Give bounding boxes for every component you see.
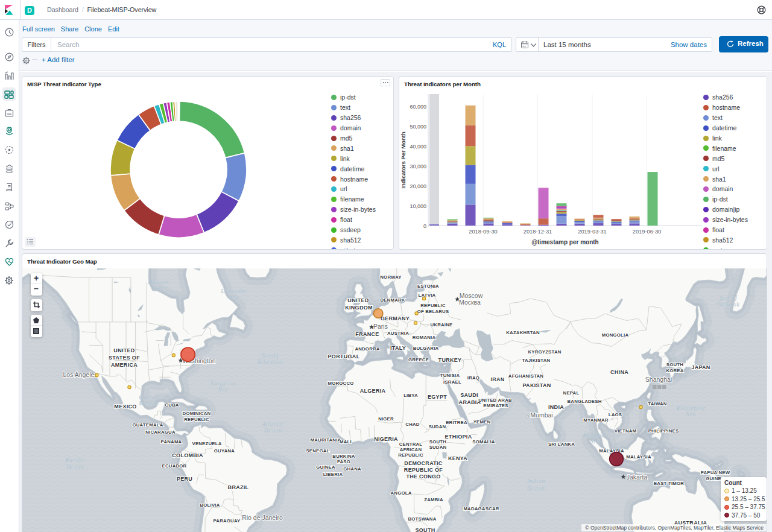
svg-text:2018-09-30: 2018-09-30 xyxy=(469,229,498,235)
svg-text:ANDORRA: ANDORRA xyxy=(355,346,379,352)
svg-text:UNITED ARAB: UNITED ARAB xyxy=(478,397,512,403)
svg-text:KINGDOM: KINGDOM xyxy=(345,305,373,311)
svg-text:Sargasso: Sargasso xyxy=(210,381,236,387)
svg-text:ROMANIA: ROMANIA xyxy=(413,335,436,340)
svg-text:Atlantic: Atlantic xyxy=(261,421,284,427)
svg-text:ANGOLA: ANGOLA xyxy=(391,490,412,496)
svg-text:GUATEMALA: GUATEMALA xyxy=(132,422,163,428)
svg-text:Jakarta: Jakarta xyxy=(627,473,648,481)
svg-text:SENEGAL: SENEGAL xyxy=(306,448,329,454)
svg-text:ERITREA: ERITREA xyxy=(446,420,467,425)
svg-text:EAST TIMOR: EAST TIMOR xyxy=(654,481,684,486)
svg-text:2018-12-31: 2018-12-31 xyxy=(524,229,552,235)
svg-text:LIBERIA: LIBERIA xyxy=(323,472,343,477)
svg-text:BURKINA: BURKINA xyxy=(332,454,355,459)
svg-text:Indicators Per Month: Indicators Per Month xyxy=(400,131,407,189)
svg-text:CUBA: CUBA xyxy=(165,402,179,408)
svg-text:30,000: 30,000 xyxy=(410,163,426,169)
svg-text:REPUBLIC OF: REPUBLIC OF xyxy=(404,467,443,473)
svg-text:MALAYSIA: MALAYSIA xyxy=(626,454,651,460)
svg-text:CENTRAL: CENTRAL xyxy=(399,442,423,447)
svg-text:DOMINICAN: DOMINICAN xyxy=(183,411,211,416)
svg-text:Norda: Norda xyxy=(261,353,279,359)
svg-text:AMERICA: AMERICA xyxy=(111,362,138,368)
svg-text:CHINA: CHINA xyxy=(610,369,628,375)
svg-text:UNITED: UNITED xyxy=(347,297,369,303)
svg-text:BULGARIA: BULGARIA xyxy=(413,346,439,351)
svg-text:LATVIA: LATVIA xyxy=(419,293,436,298)
svg-text:THE CONGO: THE CONGO xyxy=(406,473,440,480)
svg-text:40,000: 40,000 xyxy=(410,144,426,150)
svg-text:ZAMBIA: ZAMBIA xyxy=(424,497,443,502)
svg-text:REPUBLIC: REPUBLIC xyxy=(420,303,446,308)
svg-text:Pacific: Pacific xyxy=(65,457,85,463)
svg-text:AUSTRIA: AUSTRIA xyxy=(387,331,409,336)
svg-text:Sea: Sea xyxy=(229,294,239,300)
svg-text:Paris: Paris xyxy=(373,323,388,330)
svg-text:AFGHANISTAN: AFGHANISTAN xyxy=(508,373,544,379)
svg-text:TURKEY: TURKEY xyxy=(438,357,462,363)
svg-text:SOMALIA: SOMALIA xyxy=(472,439,495,445)
svg-text:MALAYSIA: MALAYSIA xyxy=(599,448,624,454)
svg-text:KOREA: KOREA xyxy=(666,368,683,373)
svg-text:KYRGYZSTAN: KYRGYZSTAN xyxy=(528,349,561,355)
svg-text:PANAMA: PANAMA xyxy=(161,439,182,445)
svg-text:Atlantiko: Atlantiko xyxy=(257,359,283,365)
svg-text:Philippine: Philippine xyxy=(676,405,706,411)
svg-text:Bay: Bay xyxy=(153,285,163,291)
svg-text:EGYPT: EGYPT xyxy=(428,394,447,400)
svg-text:LAOS: LAOS xyxy=(609,412,622,417)
svg-text:NIGERIA: NIGERIA xyxy=(374,436,398,442)
svg-text:STATES OF: STATES OF xyxy=(109,355,140,361)
svg-text:MOROCCO: MOROCCO xyxy=(328,381,354,386)
svg-text:REPUBLIC: REPUBLIC xyxy=(398,452,423,458)
svg-text:ARABIA: ARABIA xyxy=(459,399,481,405)
svg-text:PORTUGAL: PORTUGAL xyxy=(328,353,360,359)
svg-text:ITALY: ITALY xyxy=(390,345,406,351)
svg-text:PERU: PERU xyxy=(177,476,192,482)
svg-text:NORWAY: NORWAY xyxy=(380,274,402,280)
svg-text:AFRICAN: AFRICAN xyxy=(400,447,422,452)
svg-text:INDIA: INDIA xyxy=(548,404,564,410)
svg-text:BANGLADESH: BANGLADESH xyxy=(567,399,601,404)
svg-text:NICARAGUA: NICARAGUA xyxy=(145,429,176,435)
svg-text:Indian: Indian xyxy=(527,478,545,484)
svg-text:KAZAKHSTAN: KAZAKHSTAN xyxy=(506,330,540,335)
svg-text:MEXICO: MEXICO xyxy=(114,404,136,410)
svg-text:Hudson: Hudson xyxy=(148,279,169,285)
svg-text:10,000: 10,000 xyxy=(410,203,426,209)
svg-text:LIBYA: LIBYA xyxy=(403,393,418,398)
svg-text:SRI LANKA: SRI LANKA xyxy=(548,442,575,447)
svg-text:Sea: Sea xyxy=(218,387,228,393)
svg-text:SOUTH: SOUTH xyxy=(666,362,683,367)
svg-text:YEMEN: YEMEN xyxy=(473,419,491,425)
svg-text:JAPAN: JAPAN xyxy=(691,364,710,370)
svg-text:TAJIKISTAN: TAJIKISTAN xyxy=(522,358,551,363)
svg-text:Rio de Janeiro: Rio de Janeiro xyxy=(242,514,283,521)
svg-text:FRANCE: FRANCE xyxy=(355,331,379,337)
svg-text:GREECE: GREECE xyxy=(408,357,429,363)
svg-text:Sea: Sea xyxy=(590,439,600,445)
svg-text:PHILIPPINES: PHILIPPINES xyxy=(648,428,679,434)
svg-text:SUDAN: SUDAN xyxy=(429,445,447,450)
svg-text:Mexico: Mexico xyxy=(138,401,159,407)
svg-text:OF BELARUS: OF BELARUS xyxy=(417,309,449,314)
svg-text:PAKISTAN: PAKISTAN xyxy=(522,382,551,388)
svg-text:IRAN: IRAN xyxy=(490,376,504,382)
svg-text:2019-06-30: 2019-06-30 xyxy=(633,229,662,235)
svg-text:ECUADOR: ECUADOR xyxy=(162,463,187,469)
svg-text:ETHIOPIA: ETHIOPIA xyxy=(445,434,472,440)
svg-text:TAIWAN: TAIWAN xyxy=(648,401,667,407)
svg-text:KENYA: KENYA xyxy=(448,455,467,461)
svg-text:Ocean: Ocean xyxy=(527,486,545,492)
svg-text:CHAD: CHAD xyxy=(405,422,419,427)
svg-text:Los Angeles: Los Angeles xyxy=(63,371,97,378)
svg-text:Sea: Sea xyxy=(686,411,696,417)
svg-text:SOUTH: SOUTH xyxy=(416,527,435,532)
svg-text:Shanghai: Shanghai xyxy=(645,376,672,383)
svg-text:TUNISIA: TUNISIA xyxy=(440,373,460,378)
svg-text:MADAGASCAR: MADAGASCAR xyxy=(463,506,499,511)
svg-text:NIGER: NIGER xyxy=(378,416,394,422)
svg-text:SAUDI: SAUDI xyxy=(460,392,478,398)
svg-text:BOTSWANA: BOTSWANA xyxy=(408,516,436,522)
